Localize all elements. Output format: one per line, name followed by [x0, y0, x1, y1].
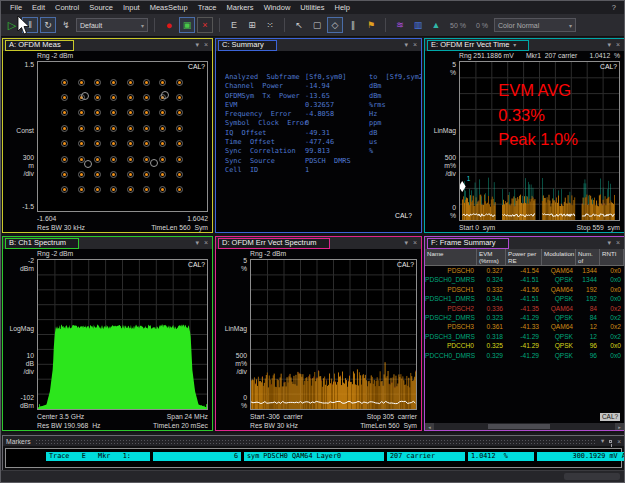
close-icon[interactable]: ×: [204, 239, 208, 247]
horizontal-scrollbar[interactable]: ◂ ▸: [425, 423, 624, 430]
panel-d-title-tab[interactable]: D: OFDM Err Vect Spectrum: [218, 238, 330, 249]
panel-a-title-tab[interactable]: A: OFDM Meas: [5, 40, 74, 51]
table-row[interactable]: PDSCH00.327-41.54QAM6413440x0: [425, 266, 624, 275]
resize-grip[interactable]: [564, 473, 620, 480]
record-icon[interactable]: ●: [161, 17, 177, 33]
table-row[interactable]: PDCCH0_DMRS0.329-41.29QPSK960x0: [425, 351, 624, 360]
panel-a-titlebar[interactable]: A: OFDM Meas ▾×: [3, 39, 212, 51]
table-row[interactable]: PDSCH30.361-41.33QAM64120x2: [425, 322, 624, 331]
panel-d-titlebar[interactable]: D: OFDM Err Vect Spectrum ▾×: [216, 237, 421, 249]
menu-input[interactable]: Input: [118, 3, 145, 12]
panel-f-titlebar[interactable]: F: Frame Summary ▾×: [425, 237, 624, 249]
table-row[interactable]: PDSCH2_DMRS0.323-41.29QPSK840x2: [425, 313, 624, 322]
close-icon[interactable]: ×: [204, 41, 208, 49]
zoom-select-icon[interactable]: ▢: [309, 17, 325, 33]
panel-menu-icon[interactable]: ▾: [601, 437, 604, 445]
menu-trace[interactable]: Trace: [193, 3, 222, 12]
constellation-point: [61, 125, 68, 132]
menu-markers[interactable]: Markers: [222, 3, 259, 12]
table-row[interactable]: PDSCH10.332-41.56QAM641920x0: [425, 285, 624, 294]
constellation-point: [94, 156, 101, 163]
marker-readout-row[interactable]: Trace E Mkr 1:6sym PDSCH0 QAM64 Layer020…: [46, 452, 625, 461]
panel-menu-icon[interactable]: ▾: [607, 41, 611, 49]
meas-display-icon[interactable]: ▣: [179, 17, 195, 33]
layout-grid-icon[interactable]: ⊞: [244, 17, 260, 33]
constellation-point: [143, 171, 150, 178]
preset-combo[interactable]: Default ▾: [76, 18, 148, 32]
column-header[interactable]: RNTI: [600, 249, 624, 265]
help-icon[interactable]: ?: [612, 3, 620, 12]
panel-c-titlebar[interactable]: C: Summary ▾×: [216, 39, 421, 51]
pause-icon[interactable]: ‖: [22, 17, 38, 33]
table-row[interactable]: PDSCH0_DMRS0.324-41.51QPSK13440x0: [425, 275, 624, 284]
pointer-tool-icon[interactable]: ↖: [291, 17, 307, 33]
table-row[interactable]: PDCCH00.325-41.29QPSK960x0: [425, 341, 624, 350]
constellation-point: [143, 125, 150, 132]
scroll-left-icon[interactable]: ◂: [425, 423, 434, 430]
menu-control[interactable]: Control: [50, 3, 84, 12]
panel-menu-icon[interactable]: ▾: [607, 239, 611, 247]
constellation-point: [159, 125, 166, 132]
equalizer-icon[interactable]: E: [226, 17, 242, 33]
panel-e-titlebar[interactable]: E: OFDM Err Vect Time▾ ▾×: [425, 39, 624, 51]
panel-e-title-tab[interactable]: E: OFDM Err Vect Time▾: [427, 40, 529, 51]
column-header[interactable]: Modulation: [542, 249, 576, 265]
restart-icon[interactable]: ↻: [40, 17, 56, 33]
input-disconnect-icon[interactable]: ×: [197, 17, 213, 33]
x-axis-right-label: Span 24 MHz: [167, 413, 208, 420]
sweep-config-icon[interactable]: ↯: [58, 17, 74, 33]
close-icon[interactable]: ×: [616, 41, 620, 49]
close-icon[interactable]: ×: [413, 239, 417, 247]
panel-menu-icon[interactable]: ▾: [404, 239, 408, 247]
pin-icon[interactable]: [609, 440, 612, 443]
scroll-right-icon[interactable]: ▸: [615, 423, 624, 430]
prism-icon[interactable]: ▲: [428, 17, 444, 33]
menu-utilities[interactable]: Utilities: [295, 3, 329, 12]
menu-help[interactable]: Help: [329, 3, 354, 12]
markers-titlebar[interactable]: Markers ▾ ×: [3, 436, 624, 446]
panel-menu-icon[interactable]: ▾: [195, 41, 199, 49]
summary-rows: Analyzed Subframe[Sf0,sym0]to [Sf9,sym27…: [225, 73, 417, 175]
range-label: Rng 251.1886 mV: [459, 52, 514, 59]
panel-menu-icon[interactable]: ▾: [195, 239, 199, 247]
timelen-label: TimeLen 20 mSec: [153, 422, 208, 429]
summary-row: EVM0.32657%rms: [225, 101, 417, 110]
panel-b-title-tab[interactable]: B: Ch1 Spectrum: [5, 238, 79, 249]
tile-windows-icon[interactable]: ⁙: [262, 17, 278, 33]
marker-diamond-icon[interactable]: ◇: [327, 17, 343, 33]
cal-indicator: CAL?: [395, 212, 412, 219]
scrollbar-thumb[interactable]: [488, 424, 550, 429]
scrollbar-track[interactable]: [434, 424, 615, 429]
menu-window[interactable]: Window: [259, 3, 296, 12]
constellation-point: [143, 109, 150, 116]
menu-edit[interactable]: Edit: [27, 3, 50, 12]
column-header[interactable]: EVM (%rms): [477, 249, 506, 265]
table-row[interactable]: PDSCH20.336-41.35QAM64840x2: [425, 304, 624, 313]
marker-peak-icon[interactable]: ⚑: [363, 17, 379, 33]
panel-b-titlebar[interactable]: B: Ch1 Spectrum ▾×: [3, 237, 212, 249]
panel-menu-icon[interactable]: ▾: [404, 41, 408, 49]
panel-c-title-tab[interactable]: C: Summary: [218, 40, 277, 51]
menu-file[interactable]: File: [5, 3, 27, 12]
column-header[interactable]: Num. of RBs: [576, 249, 600, 265]
chevron-down-icon: ▾: [513, 40, 516, 50]
column-header[interactable]: Power per RE (dBm): [506, 249, 542, 265]
close-icon[interactable]: ×: [616, 239, 620, 247]
panel-b-body: Rng -2 dBm -2 dBm LogMag 10 dB /div -102…: [3, 249, 212, 430]
constellation-point: [110, 94, 117, 101]
close-icon[interactable]: ×: [413, 41, 417, 49]
color-mode-combo[interactable]: Color Normal ▾: [494, 18, 576, 32]
panel-f-title-tab[interactable]: F: Frame Summary: [427, 238, 509, 249]
constellation-point: [78, 109, 85, 116]
menu-source[interactable]: Source: [84, 3, 118, 12]
x-axis-right-label: Stop 559 sym: [577, 224, 620, 231]
close-icon[interactable]: ×: [617, 438, 621, 445]
play-icon[interactable]: ▷: [4, 17, 20, 33]
column-header[interactable]: Name: [425, 249, 477, 265]
table-row[interactable]: PDSCH3_DMRS0.318-41.29QPSK120x2: [425, 332, 624, 341]
menu-meassetup[interactable]: MeasSetup: [145, 3, 193, 12]
histogram-icon[interactable]: ▥: [410, 17, 426, 33]
coupled-markers-icon[interactable]: ∥: [345, 17, 361, 33]
spectrogram-icon[interactable]: ≋: [392, 17, 408, 33]
table-row[interactable]: PDSCH1_DMRS0.341-41.51QPSK1920x0: [425, 294, 624, 303]
